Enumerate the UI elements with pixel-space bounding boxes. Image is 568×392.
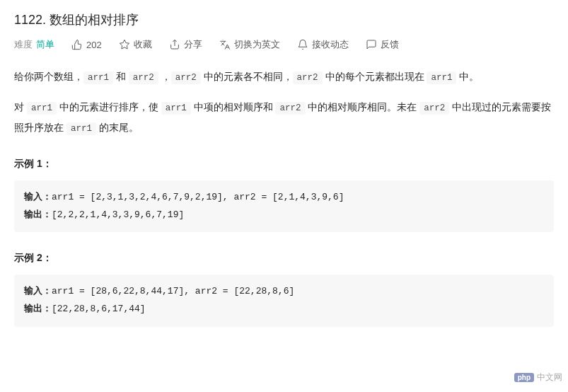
problem-description: 给你两个数组，arr1 和 arr2 ，arr2 中的元素各不相同，arr2 中… xyxy=(14,67,554,138)
like-button[interactable]: 202 xyxy=(71,39,102,50)
share-icon xyxy=(169,39,180,50)
svg-marker-0 xyxy=(120,40,129,49)
code-arr1: arr1 xyxy=(161,102,191,115)
feedback-icon xyxy=(366,39,377,50)
description-paragraph-2: 对 arr1 中的元素进行排序，使 arr1 中项的相对顺序和 arr2 中的相… xyxy=(14,97,554,138)
code-arr1: arr1 xyxy=(427,71,456,84)
bell-icon xyxy=(297,39,308,50)
difficulty: 难度 简单 xyxy=(14,38,54,51)
example-1-output: 输出：[2,2,2,1,4,3,3,9,6,7,19] xyxy=(24,207,544,224)
notifications-label: 接收动态 xyxy=(312,38,349,51)
difficulty-value: 简单 xyxy=(36,38,54,51)
example-2-output: 输出：[22,28,8,6,17,44] xyxy=(24,301,544,318)
like-count: 202 xyxy=(86,40,102,50)
share-label: 分享 xyxy=(184,38,202,51)
description-paragraph-1: 给你两个数组，arr1 和 arr2 ，arr2 中的元素各不相同，arr2 中… xyxy=(14,67,554,87)
difficulty-label: 难度 xyxy=(14,38,33,51)
code-arr2: arr2 xyxy=(293,71,323,84)
notifications-button[interactable]: 接收动态 xyxy=(297,38,349,51)
code-arr2: arr2 xyxy=(171,71,201,84)
example-1-title: 示例 1： xyxy=(14,158,554,171)
star-icon xyxy=(119,39,130,50)
switch-lang-label: 切换为英文 xyxy=(234,38,280,51)
switch-lang-button[interactable]: 切换为英文 xyxy=(219,38,280,51)
feedback-label: 反馈 xyxy=(381,38,399,51)
example-1-block: 输入：arr1 = [2,3,1,3,2,4,6,7,9,2,19], arr2… xyxy=(14,180,554,232)
example-1-input: 输入：arr1 = [2,3,1,3,2,4,6,7,9,2,19], arr2… xyxy=(24,189,544,207)
code-arr1: arr1 xyxy=(66,122,96,135)
example-2-input: 输入：arr1 = [28,6,22,8,44,17], arr2 = [22,… xyxy=(24,283,544,301)
example-2-block: 输入：arr1 = [28,6,22,8,44,17], arr2 = [22,… xyxy=(14,275,554,326)
code-arr2: arr2 xyxy=(419,102,449,115)
translate-icon xyxy=(219,39,231,50)
favorite-button[interactable]: 收藏 xyxy=(119,38,152,51)
meta-row: 难度 简单 202 收藏 分享 切换为英文 接收动态 反馈 xyxy=(14,38,554,51)
favorite-label: 收藏 xyxy=(134,38,152,51)
share-button[interactable]: 分享 xyxy=(169,38,202,51)
problem-title: 1122. 数组的相对排序 xyxy=(14,11,554,28)
code-arr2: arr2 xyxy=(275,102,305,115)
example-2-title: 示例 2： xyxy=(14,252,554,265)
code-arr1: arr1 xyxy=(83,71,113,84)
feedback-button[interactable]: 反馈 xyxy=(366,38,399,51)
thumbs-up-icon xyxy=(71,39,83,50)
code-arr1: arr1 xyxy=(27,102,57,115)
code-arr2: arr2 xyxy=(129,71,158,84)
